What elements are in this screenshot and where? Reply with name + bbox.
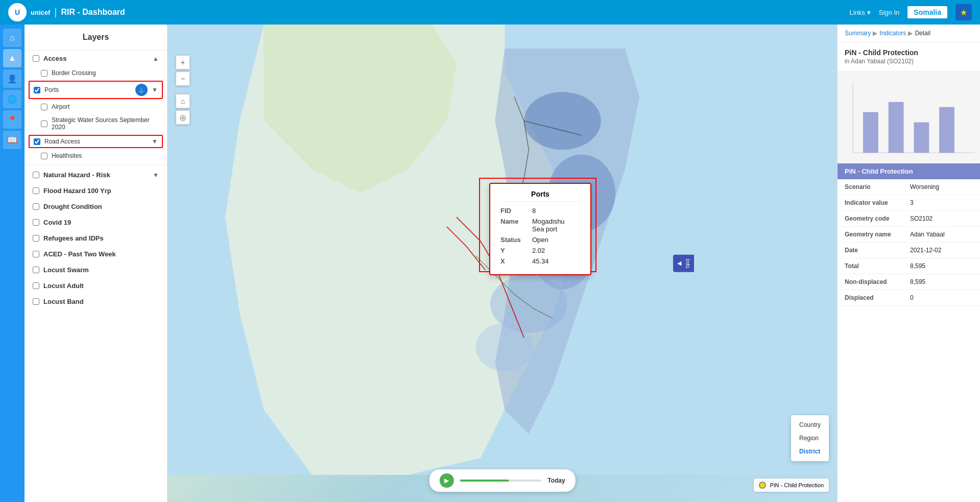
- layer-refugees[interactable]: Refugees and IDPs: [25, 230, 167, 246]
- icon-sidebar: ⌂ ▲ 👤 🌐 📍 📖: [0, 25, 25, 502]
- layer-border-crossing[interactable]: Border Crossing: [25, 66, 167, 80]
- locust-band-checkbox[interactable]: [33, 298, 39, 305]
- pin-section-title: PiN - Child Protection: [838, 163, 980, 179]
- timeline-play-button[interactable]: ▶: [439, 473, 453, 488]
- ports-popup: Ports FID 8 Name MogadishuSea port Statu…: [489, 183, 591, 275]
- airport-checkbox[interactable]: [41, 104, 47, 110]
- map-container[interactable]: Ports FID 8 Name MogadishuSea port Statu…: [168, 25, 837, 502]
- level-country[interactable]: Country: [795, 419, 825, 431]
- app-name: RIR - Dashboard: [61, 8, 125, 17]
- layer-group-access[interactable]: Access ▲: [25, 51, 167, 66]
- locust-swarm-label: Locust Swarm: [43, 266, 89, 274]
- ports-checkbox[interactable]: [34, 87, 40, 93]
- person-icon-btn[interactable]: 👤: [3, 69, 21, 88]
- popup-name-label: Name: [500, 218, 526, 233]
- timeline-bar-fill: [460, 480, 509, 482]
- level-region[interactable]: Region: [795, 433, 825, 444]
- map-timeline: ▶ Today: [429, 469, 575, 492]
- detail-geometry-name: Geometry name Adan Yabaal: [838, 227, 980, 243]
- popup-x-row: X 45.34: [500, 257, 580, 265]
- refugees-checkbox[interactable]: [33, 235, 39, 242]
- layer-group-natural-hazard[interactable]: Natural Hazard - Risk ▼: [25, 167, 167, 183]
- breadcrumb-detail: Detail: [915, 30, 930, 37]
- layer-locust-adult[interactable]: Locust Adult: [25, 278, 167, 294]
- detail-indicator-value: Indicator value 3: [838, 195, 980, 211]
- map-controls: + − ⌂ ◎: [176, 55, 190, 125]
- layer-flood-hazard[interactable]: Flood Hazard 100 Yrp: [25, 183, 167, 199]
- geometry-code-key: Geometry code: [845, 215, 906, 222]
- zoom-out-button[interactable]: −: [176, 71, 190, 86]
- main-layout: ⌂ ▲ 👤 🌐 📍 📖 Layers Access ▲ Border Cross…: [0, 25, 980, 502]
- level-selector: Country Region District: [791, 415, 829, 461]
- popup-x-value: 45.34: [532, 257, 549, 265]
- timeline-today-label: Today: [547, 477, 565, 484]
- book-icon-btn[interactable]: 📖: [3, 131, 21, 149]
- indicator-value-val: 3: [910, 199, 914, 206]
- home-map-button[interactable]: ⌂: [176, 94, 190, 108]
- layer-drought[interactable]: Drought Condition: [25, 199, 167, 214]
- info-tab[interactable]: Info ◀: [673, 254, 694, 272]
- strategic-water-checkbox[interactable]: [41, 121, 47, 127]
- displaced-val: 0: [910, 294, 914, 301]
- detail-geometry-code: Geometry code SO2102: [838, 211, 980, 227]
- layer-aced[interactable]: ACED - Past Two Week: [25, 246, 167, 262]
- aced-checkbox[interactable]: [33, 251, 39, 257]
- covid-label: Covid 19: [43, 219, 71, 226]
- breadcrumb-indicators[interactable]: Indicators: [879, 30, 906, 37]
- geometry-name-val: Adan Yabaal: [910, 231, 945, 238]
- layer-covid[interactable]: Covid 19: [25, 214, 167, 230]
- layer-locust-band[interactable]: Locust Band: [25, 294, 167, 309]
- access-checkbox[interactable]: [33, 55, 39, 62]
- layer-ports[interactable]: Ports ⚓ ▼: [29, 81, 163, 99]
- timeline-bar[interactable]: [460, 480, 541, 482]
- map-icon-btn[interactable]: 📍: [3, 110, 21, 129]
- locate-button[interactable]: ◎: [176, 110, 190, 125]
- header-right: Links ▾ Sign In Somalia ★: [849, 4, 972, 20]
- svg-rect-15: [914, 122, 929, 153]
- breadcrumb-sep1: ▶: [873, 30, 877, 37]
- home-icon-btn[interactable]: ⌂: [3, 29, 21, 47]
- popup-status-value: Open: [532, 236, 548, 244]
- popup-fid-row: FID 8: [500, 207, 580, 214]
- locust-band-label: Locust Band: [43, 298, 84, 305]
- border-crossing-checkbox[interactable]: [41, 70, 47, 77]
- header-logo: U unicef: [8, 3, 50, 21]
- layer-healthsites[interactable]: Healthsites: [25, 149, 167, 162]
- breadcrumb-summary[interactable]: Summary: [845, 30, 871, 37]
- favorite-button[interactable]: ★: [955, 4, 972, 20]
- layer-road-access[interactable]: Road Access ▼: [29, 135, 163, 148]
- arrow-icon-btn[interactable]: ▲: [3, 49, 21, 67]
- detail-table: Scenario Worsening Indicator value 3 Geo…: [838, 179, 980, 502]
- links-button[interactable]: Links ▾: [849, 9, 870, 16]
- popup-y-label: Y: [500, 247, 526, 254]
- popup-fid-label: FID: [500, 207, 526, 214]
- layer-airport[interactable]: Airport: [25, 100, 167, 113]
- detail-non-displaced: Non-displaced 8,595: [838, 274, 980, 290]
- drought-checkbox[interactable]: [33, 203, 39, 210]
- drought-label: Drought Condition: [43, 203, 102, 210]
- locust-swarm-checkbox[interactable]: [33, 267, 39, 273]
- border-crossing-label: Border Crossing: [52, 69, 96, 77]
- access-arrow: ▲: [153, 55, 159, 62]
- flood-hazard-checkbox[interactable]: [33, 187, 39, 194]
- popup-name-row: Name MogadishuSea port: [500, 218, 580, 233]
- layer-locust-swarm[interactable]: Locust Swarm: [25, 262, 167, 278]
- ports-icon: ⚓: [135, 84, 148, 96]
- non-displaced-key: Non-displaced: [845, 278, 906, 285]
- detail-displaced: Displaced 0: [838, 290, 980, 306]
- locust-adult-checkbox[interactable]: [33, 282, 39, 289]
- covid-checkbox[interactable]: [33, 219, 39, 226]
- svg-rect-10: [838, 71, 979, 163]
- layer-strategic-water[interactable]: Strategic Water Sources September 2020: [25, 113, 167, 134]
- layers-title: Layers: [25, 25, 167, 51]
- legend-circle: [759, 482, 766, 489]
- healthsites-checkbox[interactable]: [41, 153, 47, 159]
- signin-button[interactable]: Sign In: [879, 9, 899, 16]
- road-access-arrow: ▼: [152, 138, 158, 145]
- natural-hazard-checkbox[interactable]: [33, 172, 39, 178]
- level-district[interactable]: District: [795, 446, 825, 457]
- zoom-in-button[interactable]: +: [176, 55, 190, 69]
- globe-icon-btn[interactable]: 🌐: [3, 90, 21, 108]
- road-access-checkbox[interactable]: [34, 138, 40, 145]
- breadcrumb-sep2: ▶: [908, 30, 913, 37]
